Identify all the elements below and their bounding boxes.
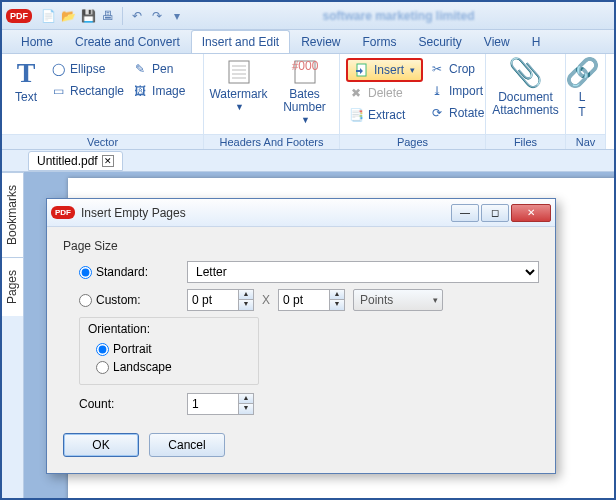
text-tool-button[interactable]: T Text [8, 58, 44, 104]
tab-security[interactable]: Security [408, 30, 473, 53]
ribbon-group-vector: T Text ◯ Ellipse ▭ Rectangle ✎ Pen [2, 54, 204, 149]
ellipse-tool-button[interactable]: ◯ Ellipse [48, 58, 126, 80]
portrait-radio-label[interactable]: Portrait [96, 340, 250, 358]
document-tabs-bar: Untitled.pdf ✕ [2, 150, 614, 172]
tab-insert-edit[interactable]: Insert and Edit [191, 30, 290, 53]
ok-button[interactable]: OK [63, 433, 139, 457]
count-spinner[interactable]: ▲▼ [187, 393, 254, 415]
chevron-down-icon: ▼ [301, 116, 310, 126]
pen-tool-button[interactable]: ✎ Pen [130, 58, 187, 80]
bates-label: Bates Number [277, 88, 333, 114]
custom-height-input[interactable] [278, 289, 330, 311]
extract-label: Extract [368, 108, 405, 122]
rectangle-tool-button[interactable]: ▭ Rectangle [48, 80, 126, 102]
ribbon-group-headers-footers: Watermark ▼ #000 Bates Number ▼ Headers … [204, 54, 340, 149]
tab-home[interactable]: Home [10, 30, 64, 53]
insert-icon [354, 63, 370, 77]
rotate-page-button[interactable]: ⟳ Rotate [427, 102, 486, 124]
dialog-logo-badge: PDF [51, 206, 75, 219]
crop-page-button[interactable]: ✂ Crop [427, 58, 486, 80]
insert-page-button[interactable]: Insert ▾ [346, 58, 423, 82]
qat-print-icon[interactable]: 🖶 [99, 7, 117, 25]
standard-radio[interactable] [79, 266, 92, 279]
landscape-radio-label[interactable]: Landscape [96, 358, 250, 376]
standard-size-row: Standard: Letter [79, 261, 539, 283]
bates-number-button[interactable]: #000 Bates Number ▼ [277, 58, 333, 126]
custom-label-text: Custom: [96, 293, 141, 307]
qat-new-icon[interactable]: 📄 [39, 7, 57, 25]
qat-separator [122, 7, 123, 25]
rotate-icon: ⟳ [429, 106, 445, 120]
custom-radio[interactable] [79, 294, 92, 307]
landscape-radio[interactable] [96, 361, 109, 374]
document-tab[interactable]: Untitled.pdf ✕ [28, 151, 123, 171]
bates-icon: #000 [291, 58, 319, 86]
ribbon-group-files: 📎 Document Attachments Files [486, 54, 566, 149]
height-spin-buttons[interactable]: ▲▼ [330, 289, 345, 311]
ribbon-group-nav: 🔗 L T Nav [566, 54, 606, 149]
image-tool-button[interactable]: 🖼 Image [130, 80, 187, 102]
count-spin-buttons[interactable]: ▲▼ [239, 393, 254, 415]
doc-attach-label: Document Attachments [492, 91, 559, 117]
qat-undo-icon[interactable]: ↶ [128, 7, 146, 25]
dialog-titlebar[interactable]: PDF Insert Empty Pages — ◻ ✕ [47, 199, 555, 227]
page-size-label: Page Size [63, 239, 539, 253]
qat-save-icon[interactable]: 💾 [79, 7, 97, 25]
ribbon-tabs: Home Create and Convert Insert and Edit … [2, 30, 614, 54]
standard-size-select[interactable]: Letter [187, 261, 539, 283]
links-label: L [579, 91, 586, 104]
pen-label: Pen [152, 62, 173, 76]
tab-review[interactable]: Review [290, 30, 351, 53]
side-tabs: Bookmarks Pages [2, 172, 24, 498]
ribbon-group-pages: Insert ▾ ✖ Delete 📑 Extract ✂ Crop [340, 54, 486, 149]
units-select[interactable]: Points [353, 289, 443, 311]
portrait-radio[interactable] [96, 343, 109, 356]
import-page-button[interactable]: ⤓ Import [427, 80, 486, 102]
maximize-button[interactable]: ◻ [481, 204, 509, 222]
ellipse-icon: ◯ [50, 62, 66, 76]
custom-width-input[interactable] [187, 289, 239, 311]
pen-icon: ✎ [132, 62, 148, 76]
minimize-button[interactable]: — [451, 204, 479, 222]
standard-radio-label[interactable]: Standard: [79, 265, 179, 279]
svg-rect-0 [229, 61, 249, 83]
chevron-down-icon: ▼ [235, 103, 244, 113]
crop-label: Crop [449, 62, 475, 76]
close-button[interactable]: ✕ [511, 204, 551, 222]
qat-dropdown-icon[interactable]: ▾ [168, 7, 186, 25]
app-titlebar: PDF 📄 📂 💾 🖶 ↶ ↷ ▾ software marketing lim… [2, 2, 614, 30]
tab-forms[interactable]: Forms [352, 30, 408, 53]
sidebar-tab-pages[interactable]: Pages [2, 257, 23, 316]
custom-width-spinner[interactable]: ▲▼ [187, 289, 254, 311]
qat-redo-icon[interactable]: ↷ [148, 7, 166, 25]
tab-create-convert[interactable]: Create and Convert [64, 30, 191, 53]
tab-help[interactable]: H [521, 30, 552, 53]
watermark-button[interactable]: Watermark ▼ [211, 58, 267, 113]
dialog-body: Page Size Standard: Letter Custom: ▲▼ X [47, 227, 555, 473]
orientation-label: Orientation: [88, 322, 250, 336]
window-title: software marketing limited [187, 9, 610, 23]
links-button[interactable]: 🔗 L T [572, 58, 592, 119]
cancel-button[interactable]: Cancel [149, 433, 225, 457]
sidebar-tab-bookmarks[interactable]: Bookmarks [2, 172, 23, 257]
qat-open-icon[interactable]: 📂 [59, 7, 77, 25]
tab-view[interactable]: View [473, 30, 521, 53]
document-tab-label: Untitled.pdf [37, 154, 98, 168]
count-input[interactable] [187, 393, 239, 415]
width-spin-buttons[interactable]: ▲▼ [239, 289, 254, 311]
link-icon: 🔗 [565, 58, 600, 89]
ellipse-label: Ellipse [70, 62, 105, 76]
chevron-down-icon: ▾ [410, 65, 415, 75]
dialog-buttons: OK Cancel [63, 433, 539, 457]
custom-height-spinner[interactable]: ▲▼ [278, 289, 345, 311]
extract-page-button[interactable]: 📑 Extract [346, 104, 423, 126]
watermark-label: Watermark [209, 88, 267, 101]
image-icon: 🖼 [132, 84, 148, 98]
close-icon[interactable]: ✕ [102, 155, 114, 167]
import-icon: ⤓ [429, 84, 445, 98]
document-attachments-button[interactable]: 📎 Document Attachments [492, 58, 559, 117]
count-label: Count: [79, 397, 179, 411]
image-label: Image [152, 84, 185, 98]
custom-radio-label[interactable]: Custom: [79, 293, 179, 307]
dimension-separator: X [262, 293, 270, 307]
